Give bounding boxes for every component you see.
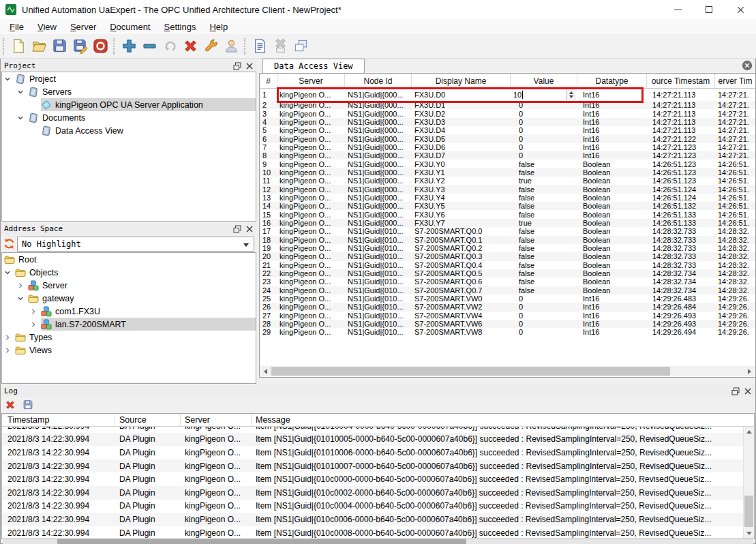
save-log-button[interactable]: [22, 399, 34, 411]
column-header-ource-timestam[interactable]: ource Timestam: [647, 74, 715, 88]
data-row-1[interactable]: 1kingPigeon O...NS1|Guid|{000...FX3U.D01…: [260, 89, 755, 101]
data-row-2[interactable]: 2kingPigeon O...NS1|Guid|{000...FX3U.D10…: [260, 101, 755, 109]
scroll-up-icon[interactable]: [744, 427, 754, 437]
chevron-down-icon[interactable]: [17, 114, 28, 122]
tree-item-lan-s7-200smart[interactable]: lan.S7-200SMART: [2, 318, 256, 331]
data-row-7[interactable]: 7kingPigeon O...NS1|Guid|{000...FX3U.D60…: [260, 143, 755, 151]
tree-item-gateway[interactable]: gateway: [2, 292, 256, 305]
save-project-as-button[interactable]: [70, 36, 90, 57]
tree-item-documents[interactable]: Documents: [2, 111, 256, 124]
refresh-icon[interactable]: [3, 238, 15, 250]
data-row-26[interactable]: 26kingPigeon O...NS1|Guid|{010...S7-200S…: [260, 303, 755, 311]
change-user-button[interactable]: [221, 36, 241, 57]
highlight-dropdown[interactable]: No Highlight: [17, 237, 254, 252]
menu-server[interactable]: Server: [63, 20, 103, 33]
column-header-node-id[interactable]: Node Id: [345, 74, 412, 88]
data-row-19[interactable]: 19kingPigeon O...NS1|Guid|{010...S7-200S…: [260, 244, 755, 252]
menu-document[interactable]: Document: [103, 20, 157, 33]
log-row-2[interactable]: 2021/8/3 14:22:30.994DA PluginkingPigeon…: [2, 433, 743, 447]
data-row-5[interactable]: 5kingPigeon O...NS1|Guid|{000...FX3U.D40…: [260, 126, 755, 134]
chevron-right-icon[interactable]: [4, 346, 15, 354]
minimize-button[interactable]: [662, 0, 693, 19]
spin-up-icon[interactable]: [569, 91, 573, 94]
data-row-24[interactable]: 24kingPigeon O...NS1|Guid|{010...S7-200S…: [260, 286, 755, 294]
log-row-6[interactable]: 2021/8/3 14:22:30.994DA PluginkingPigeon…: [2, 486, 743, 500]
menu-view[interactable]: View: [31, 20, 63, 33]
tree-item-objects[interactable]: Objects: [2, 266, 256, 279]
tree-item-servers[interactable]: Servers: [2, 85, 256, 98]
scroll-left-icon[interactable]: [260, 366, 271, 376]
column-header-[interactable]: #: [260, 74, 277, 88]
data-row-18[interactable]: 18kingPigeon O...NS1|Guid|{010...S7-200S…: [260, 236, 755, 244]
chevron-right-icon[interactable]: [17, 282, 28, 290]
horizontal-scrollbar[interactable]: [260, 366, 755, 376]
data-row-23[interactable]: 23kingPigeon O...NS1|Guid|{010...S7-200S…: [260, 277, 755, 286]
log-row-8[interactable]: 2021/8/3 14:22:30.994DA PluginkingPigeon…: [2, 513, 743, 526]
close-panel-icon[interactable]: [245, 62, 254, 70]
close-document-icon[interactable]: [742, 60, 753, 71]
add-window-button[interactable]: [290, 36, 311, 57]
log-row-5[interactable]: 2021/8/3 14:22:30.994DA PluginkingPigeon…: [2, 472, 743, 486]
data-row-3[interactable]: 3kingPigeon O...NS1|Guid|{000...FX3U.D20…: [260, 109, 755, 117]
data-row-17[interactable]: 17kingPigeon O...NS1|Guid|{010...S7-200S…: [260, 227, 755, 235]
tree-item-com1-fx3u[interactable]: com1.FX3U: [2, 305, 256, 318]
disconnect-server-button[interactable]: [180, 36, 200, 57]
log-column-header-message[interactable]: Message: [252, 414, 754, 426]
log-row-4[interactable]: 2021/8/3 14:22:30.994DA PluginkingPigeon…: [2, 459, 743, 473]
column-header-server[interactable]: Server: [277, 74, 345, 88]
chevron-down-icon[interactable]: [17, 88, 28, 96]
float-panel-icon[interactable]: [233, 62, 241, 70]
data-row-29[interactable]: 29kingPigeon O...NS1|Guid|{010...S7-200S…: [260, 328, 755, 336]
open-project-button[interactable]: [29, 36, 49, 57]
save-project-button[interactable]: [49, 36, 70, 57]
connect-server-button[interactable]: [160, 36, 180, 57]
tree-item-views[interactable]: Views: [2, 344, 256, 357]
menu-help[interactable]: Help: [202, 20, 235, 33]
log-row-7[interactable]: 2021/8/3 14:22:30.994DA PluginkingPigeon…: [2, 500, 743, 513]
data-row-12[interactable]: 12kingPigeon O...NS1|Guid|{000...FX3U.Y3…: [260, 185, 755, 193]
data-row-22[interactable]: 22kingPigeon O...NS1|Guid|{010...S7-200S…: [260, 269, 755, 277]
quit-button[interactable]: [90, 36, 110, 57]
server-properties-button[interactable]: [200, 36, 221, 57]
log-row-1[interactable]: 2021/8/3 14:22:30.994DA PluginkingPigeon…: [2, 427, 743, 433]
spinbox-buttons[interactable]: [566, 89, 576, 100]
add-document-button[interactable]: [250, 36, 270, 57]
menu-file[interactable]: File: [3, 20, 31, 33]
data-row-10[interactable]: 10kingPigeon O...NS1|Guid|{000...FX3U.Y1…: [260, 168, 755, 177]
column-header-value[interactable]: Value: [511, 74, 577, 88]
close-panel-icon[interactable]: [744, 387, 752, 395]
data-row-25[interactable]: 25kingPigeon O...NS1|Guid|{010...S7-200S…: [260, 294, 755, 303]
column-header-display-name[interactable]: Display Name: [412, 74, 511, 88]
remove-document-button[interactable]: [270, 36, 290, 57]
data-row-15[interactable]: 15kingPigeon O...NS1|Guid|{000...FX3U.Y6…: [260, 210, 755, 218]
chevron-down-icon[interactable]: [17, 294, 28, 303]
new-project-button[interactable]: [8, 36, 29, 57]
log-column-header-timestamp[interactable]: Timestamp: [2, 414, 115, 426]
data-row-4[interactable]: 4kingPigeon O...NS1|Guid|{000...FX3U.D30…: [260, 118, 755, 126]
tree-item-project[interactable]: Project: [2, 72, 256, 85]
chevron-right-icon[interactable]: [30, 320, 41, 329]
chevron-down-icon[interactable]: [4, 269, 15, 277]
menu-settings[interactable]: Settings: [157, 20, 202, 33]
data-row-16[interactable]: 16kingPigeon O...NS1|Guid|{000...FX3U.Y7…: [260, 219, 755, 227]
data-row-9[interactable]: 9kingPigeon O...NS1|Guid|{000...FX3U.Y0f…: [260, 160, 755, 168]
scroll-right-icon[interactable]: [744, 366, 755, 376]
chevron-down-icon[interactable]: [4, 75, 15, 83]
log-vertical-scrollbar[interactable]: [743, 427, 754, 539]
log-column-header-server[interactable]: Server: [181, 414, 252, 426]
data-row-11[interactable]: 11kingPigeon O...NS1|Guid|{000...FX3U.Y2…: [260, 177, 755, 185]
value-spinbox[interactable]: 10: [512, 89, 576, 100]
data-row-20[interactable]: 20kingPigeon O...NS1|Guid|{010...S7-200S…: [260, 252, 755, 260]
float-panel-icon[interactable]: [731, 387, 740, 395]
remove-server-button[interactable]: [139, 36, 160, 57]
scrollbar-thumb[interactable]: [271, 367, 670, 376]
data-row-28[interactable]: 28kingPigeon O...NS1|Guid|{010...S7-200S…: [260, 320, 755, 328]
data-row-8[interactable]: 8kingPigeon O...NS1|Guid|{000...FX3U.D70…: [260, 151, 755, 160]
log-column-header-source[interactable]: Source: [115, 414, 181, 426]
maximize-button[interactable]: [693, 0, 725, 19]
tab-data-access-view[interactable]: Data Access View: [262, 59, 365, 73]
spin-down-icon[interactable]: [569, 95, 573, 98]
tree-item-types[interactable]: Types: [2, 331, 256, 344]
tree-item-data-access-view[interactable]: Data Access View: [2, 124, 256, 137]
data-row-27[interactable]: 27kingPigeon O...NS1|Guid|{010...S7-200S…: [260, 312, 755, 320]
